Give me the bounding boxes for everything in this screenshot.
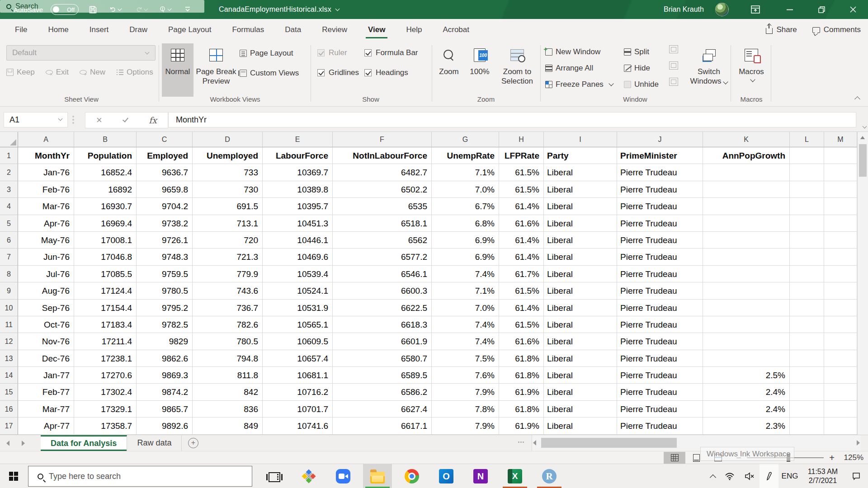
ribbon-tab-file[interactable]: File [5, 19, 38, 41]
cell[interactable]: 17238.1 [74, 350, 137, 367]
cell[interactable] [824, 316, 857, 333]
cell[interactable]: Pierre Trudeau [617, 350, 703, 367]
cell[interactable]: 9759.5 [137, 266, 193, 282]
cell[interactable]: 61.5% [499, 181, 544, 198]
cell[interactable]: 17358.7 [74, 418, 137, 434]
zoom-in-button[interactable]: + [826, 453, 837, 463]
cell[interactable]: Feb-77 [18, 384, 74, 400]
cell[interactable]: 61.5% [499, 164, 544, 181]
horizontal-scroll-thumb[interactable] [541, 438, 677, 448]
new-sheet-view-button[interactable]: New [80, 68, 105, 77]
cell[interactable]: 61.6% [499, 215, 544, 232]
volume-muted-icon[interactable] [740, 464, 760, 488]
cell[interactable]: 61.4% [499, 300, 544, 316]
cell[interactable]: 10565.1 [263, 316, 333, 333]
column-header-a[interactable]: A [18, 132, 74, 147]
cell[interactable]: LFPRate [499, 147, 544, 164]
cell[interactable]: 10395.7 [263, 198, 333, 215]
cell[interactable]: 720 [193, 232, 263, 249]
cell[interactable]: 10446.1 [263, 232, 333, 249]
checkbox-gridlines[interactable]: Gridlines [317, 67, 359, 79]
pen-icon[interactable] [760, 464, 778, 488]
cell[interactable] [824, 266, 857, 282]
checkbox-ruler[interactable]: Ruler [317, 47, 347, 59]
sheet-view-dropdown[interactable]: Default [6, 45, 156, 61]
column-header-c[interactable]: C [137, 132, 193, 147]
checkbox-headings[interactable]: Headings [364, 67, 408, 79]
cell[interactable] [790, 181, 824, 198]
cell[interactable]: Nov-76 [18, 333, 74, 350]
cell[interactable]: Feb-76 [18, 181, 74, 198]
status-normal-view-button[interactable] [664, 452, 685, 464]
cell[interactable]: 842 [193, 384, 263, 400]
cell[interactable]: 10531.9 [263, 300, 333, 316]
cell[interactable] [824, 147, 857, 164]
cell[interactable]: 7.9% [432, 418, 499, 434]
avatar[interactable] [715, 3, 729, 16]
cell[interactable]: 9795.2 [137, 300, 193, 316]
cell[interactable]: 10681.1 [263, 367, 333, 384]
expand-formula-bar-button[interactable] [861, 117, 866, 136]
cell[interactable]: 61.5% [499, 316, 544, 333]
cell[interactable]: 811.8 [193, 367, 263, 384]
redo-button[interactable] [136, 0, 147, 19]
cell[interactable]: 721.3 [193, 249, 263, 265]
zoom-to-selection-button[interactable]: Zoom to Selection [495, 43, 540, 97]
cell[interactable]: 794.8 [193, 350, 263, 367]
cell[interactable] [790, 384, 824, 400]
cell[interactable] [703, 282, 790, 299]
cell[interactable]: 9892.6 [137, 418, 193, 434]
ribbon-tab-help[interactable]: Help [396, 19, 432, 41]
taskbar-search-input[interactable]: Type here to search [28, 466, 252, 487]
cell[interactable]: Pierre Trudeau [617, 401, 703, 418]
cell[interactable]: Mar-77 [18, 401, 74, 418]
cell[interactable] [703, 198, 790, 215]
cell[interactable]: 7.1% [432, 282, 499, 299]
cell[interactable]: Pierre Trudeau [617, 333, 703, 350]
cell[interactable]: 9782.5 [137, 316, 193, 333]
cell[interactable] [703, 181, 790, 198]
ribbon-tab-review[interactable]: Review [311, 19, 358, 41]
user-name[interactable]: Brian Krauth [664, 0, 704, 19]
sheet-tab-raw-data[interactable]: Raw data [127, 435, 182, 451]
cell[interactable] [824, 198, 857, 215]
cell[interactable]: Unemployed [193, 147, 263, 164]
cell[interactable]: Pierre Trudeau [617, 198, 703, 215]
ribbon-tab-insert[interactable]: Insert [79, 19, 119, 41]
cell[interactable]: 6502.2 [333, 181, 432, 198]
cell[interactable]: 10389.8 [263, 181, 333, 198]
cell[interactable] [703, 266, 790, 282]
checkbox-formula-bar[interactable]: Formula Bar [364, 47, 418, 59]
row-header-7[interactable]: 7 [0, 249, 18, 265]
cell[interactable]: 16892 [74, 181, 137, 198]
cell[interactable]: 7.8% [432, 401, 499, 418]
column-header-d[interactable]: D [193, 132, 263, 147]
cell[interactable] [703, 215, 790, 232]
cell[interactable]: 9726.1 [137, 232, 193, 249]
cell[interactable] [703, 333, 790, 350]
cell[interactable]: 61.8% [499, 367, 544, 384]
cell[interactable] [824, 300, 857, 316]
unhide-button[interactable]: Unhide [624, 79, 659, 90]
cell[interactable]: Pierre Trudeau [617, 249, 703, 265]
cell[interactable]: Liberal [544, 384, 617, 400]
cell[interactable]: Liberal [544, 215, 617, 232]
column-header-f[interactable]: F [333, 132, 432, 147]
cell[interactable]: 6482.7 [333, 164, 432, 181]
reset-window-position-icon[interactable] [669, 78, 678, 86]
row-header-11[interactable]: 11 [0, 316, 18, 333]
cell[interactable]: 6562 [333, 232, 432, 249]
wifi-icon[interactable] [720, 464, 740, 488]
cell[interactable] [790, 282, 824, 299]
cell[interactable]: 9704.2 [137, 198, 193, 215]
row-header-17[interactable]: 17 [0, 418, 18, 434]
row-header-15[interactable]: 15 [0, 384, 18, 400]
column-header-b[interactable]: B [74, 132, 137, 147]
taskbar-task-view[interactable] [260, 464, 289, 488]
action-center-button[interactable] [844, 464, 868, 488]
cell[interactable]: Liberal [544, 232, 617, 249]
row-header-8[interactable]: 8 [0, 266, 18, 282]
cell[interactable] [703, 249, 790, 265]
ribbon-tab-home[interactable]: Home [38, 19, 79, 41]
cell[interactable]: PrimeMinister [617, 147, 703, 164]
